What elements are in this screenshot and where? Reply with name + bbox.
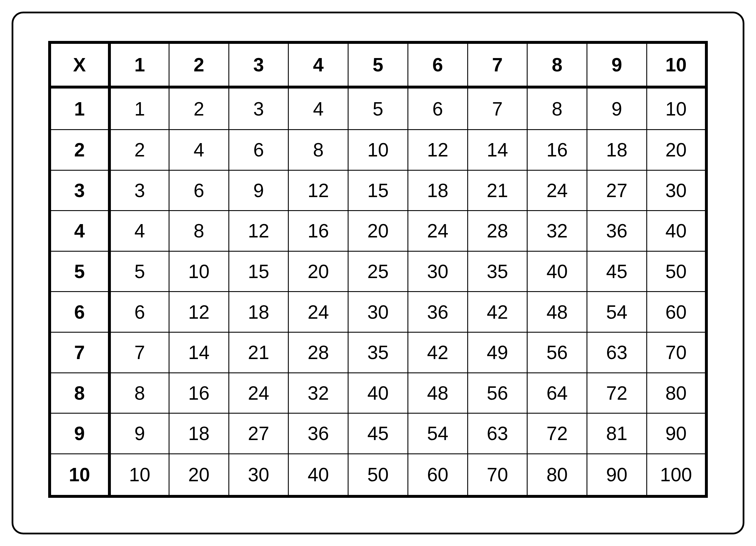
cell: 20: [169, 454, 229, 496]
col-header: 6: [408, 42, 468, 87]
col-header: 8: [527, 42, 587, 87]
cell: 8: [109, 373, 169, 413]
col-header: 9: [587, 42, 647, 87]
cell: 18: [587, 129, 647, 170]
cell: 20: [348, 211, 408, 251]
cell: 14: [468, 129, 527, 170]
cell: 21: [229, 332, 288, 373]
cell: 16: [527, 129, 587, 170]
cell: 42: [408, 332, 468, 373]
row-header: 9: [50, 413, 109, 454]
table-row: 9 9 18 27 36 45 54 63 72 81 90: [50, 413, 706, 454]
cell: 9: [587, 87, 647, 130]
cell: 56: [468, 373, 527, 413]
header-row: X 1 2 3 4 5 6 7 8 9 10: [50, 42, 706, 87]
cell: 20: [288, 251, 348, 292]
cell: 28: [288, 332, 348, 373]
row-header: 5: [50, 251, 109, 292]
table-row: 7 7 14 21 28 35 42 49 56 63 70: [50, 332, 706, 373]
cell: 18: [169, 413, 229, 454]
cell: 35: [348, 332, 408, 373]
table-row: 6 6 12 18 24 30 36 42 48 54 60: [50, 292, 706, 332]
table-row: 2 2 4 6 8 10 12 14 16 18 20: [50, 129, 706, 170]
cell: 70: [468, 454, 527, 496]
cell: 36: [288, 413, 348, 454]
cell: 4: [109, 211, 169, 251]
cell: 30: [348, 292, 408, 332]
corner-cell: X: [50, 42, 109, 87]
cell: 60: [408, 454, 468, 496]
col-header: 10: [647, 42, 706, 87]
row-header: 7: [50, 332, 109, 373]
cell: 30: [229, 454, 288, 496]
cell: 100: [647, 454, 706, 496]
cell: 2: [109, 129, 169, 170]
cell: 6: [229, 129, 288, 170]
cell: 3: [229, 87, 288, 130]
cell: 90: [587, 454, 647, 496]
cell: 24: [408, 211, 468, 251]
row-header: 1: [50, 87, 109, 130]
table-row: 10 10 20 30 40 50 60 70 80 90 100: [50, 454, 706, 496]
cell: 4: [169, 129, 229, 170]
cell: 80: [527, 454, 587, 496]
cell: 54: [408, 413, 468, 454]
cell: 7: [109, 332, 169, 373]
page-frame: X 1 2 3 4 5 6 7 8 9 10 1 1 2 3 4 5 6 7 8…: [12, 12, 744, 534]
cell: 80: [647, 373, 706, 413]
cell: 63: [587, 332, 647, 373]
cell: 18: [408, 170, 468, 211]
cell: 50: [348, 454, 408, 496]
cell: 6: [408, 87, 468, 130]
cell: 40: [348, 373, 408, 413]
cell: 5: [348, 87, 408, 130]
cell: 12: [229, 211, 288, 251]
cell: 9: [109, 413, 169, 454]
cell: 48: [408, 373, 468, 413]
cell: 42: [468, 292, 527, 332]
table-row: 4 4 8 12 16 20 24 28 32 36 40: [50, 211, 706, 251]
table-row: 1 1 2 3 4 5 6 7 8 9 10: [50, 87, 706, 130]
cell: 6: [169, 170, 229, 211]
cell: 27: [587, 170, 647, 211]
multiplication-table: X 1 2 3 4 5 6 7 8 9 10 1 1 2 3 4 5 6 7 8…: [48, 41, 708, 498]
cell: 32: [527, 211, 587, 251]
cell: 49: [468, 332, 527, 373]
cell: 40: [288, 454, 348, 496]
cell: 12: [169, 292, 229, 332]
cell: 15: [348, 170, 408, 211]
cell: 21: [468, 170, 527, 211]
cell: 10: [109, 454, 169, 496]
row-header: 3: [50, 170, 109, 211]
row-header: 10: [50, 454, 109, 496]
cell: 28: [468, 211, 527, 251]
cell: 40: [527, 251, 587, 292]
col-header: 2: [169, 42, 229, 87]
cell: 9: [229, 170, 288, 211]
cell: 8: [169, 211, 229, 251]
cell: 3: [109, 170, 169, 211]
table-row: 3 3 6 9 12 15 18 21 24 27 30: [50, 170, 706, 211]
cell: 4: [288, 87, 348, 130]
cell: 30: [408, 251, 468, 292]
cell: 36: [587, 211, 647, 251]
table-row: 5 5 10 15 20 25 30 35 40 45 50: [50, 251, 706, 292]
col-header: 7: [468, 42, 527, 87]
cell: 45: [587, 251, 647, 292]
cell: 12: [408, 129, 468, 170]
cell: 70: [647, 332, 706, 373]
cell: 8: [288, 129, 348, 170]
cell: 10: [647, 87, 706, 130]
cell: 81: [587, 413, 647, 454]
cell: 54: [587, 292, 647, 332]
col-header: 5: [348, 42, 408, 87]
cell: 24: [527, 170, 587, 211]
cell: 56: [527, 332, 587, 373]
cell: 45: [348, 413, 408, 454]
cell: 32: [288, 373, 348, 413]
cell: 20: [647, 129, 706, 170]
cell: 90: [647, 413, 706, 454]
cell: 72: [587, 373, 647, 413]
cell: 64: [527, 373, 587, 413]
cell: 14: [169, 332, 229, 373]
